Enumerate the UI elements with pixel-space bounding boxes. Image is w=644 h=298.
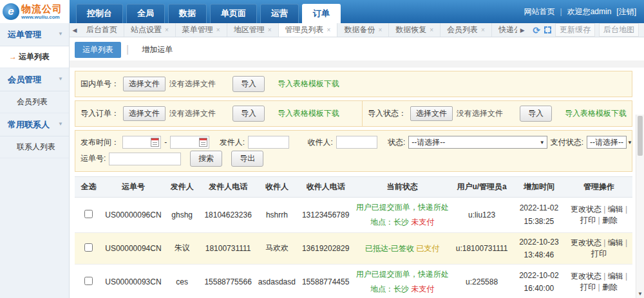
scroll-down-icon[interactable]: ▼ bbox=[636, 291, 644, 297]
nav-tab[interactable]: 数据 bbox=[168, 4, 207, 23]
refresh-icon[interactable]: ⟳ bbox=[533, 26, 540, 35]
operation-link[interactable]: 打印 bbox=[580, 283, 596, 292]
date-to-input[interactable] bbox=[170, 136, 209, 149]
import-button[interactable]: 导入 bbox=[520, 106, 552, 122]
sidebar-group-title[interactable]: 会员管理▼ bbox=[0, 68, 69, 91]
divider-band bbox=[70, 61, 644, 68]
operation-link[interactable]: 打印 bbox=[580, 216, 596, 225]
calendar-icon[interactable] bbox=[199, 138, 207, 147]
status-select[interactable]: --请选择--▼ bbox=[408, 136, 547, 149]
scroll-right-icon[interactable]: ▶ bbox=[517, 23, 527, 37]
waybill-number-input[interactable] bbox=[109, 153, 181, 165]
sidebar-item[interactable]: 会员列表 bbox=[0, 91, 69, 113]
sidebar-item[interactable]: 联系人列表 bbox=[0, 136, 69, 158]
sender-phone: 15588775566 bbox=[200, 265, 256, 298]
pay-status-badge: 未支付 bbox=[411, 218, 434, 227]
open-tab[interactable]: 地区管理× bbox=[227, 23, 279, 37]
date-from-input[interactable] bbox=[122, 136, 161, 149]
sidebar-item[interactable]: →运单列表 bbox=[0, 46, 69, 68]
close-icon[interactable]: × bbox=[268, 26, 272, 33]
open-tab[interactable]: 数据恢复× bbox=[389, 23, 440, 37]
import-button[interactable]: 导入 bbox=[232, 76, 265, 92]
template-download-link[interactable]: 导入表格模板下载 bbox=[565, 108, 627, 119]
template-download-link[interactable]: 导入表格模板下载 bbox=[278, 79, 339, 89]
operation-link[interactable]: 更改状态 bbox=[571, 272, 601, 281]
close-icon[interactable]: × bbox=[430, 26, 433, 33]
open-tab-label: 数据恢复 bbox=[395, 24, 426, 35]
nav-tab[interactable]: 运营 bbox=[260, 4, 299, 23]
close-icon[interactable]: × bbox=[216, 26, 220, 33]
receiver-input[interactable] bbox=[336, 136, 377, 149]
checkbox-cell bbox=[75, 265, 102, 298]
logout-link[interactable]: [注销] bbox=[616, 6, 636, 17]
search-button[interactable]: 搜索 bbox=[190, 151, 222, 167]
manage-operations: 更改状态 | 编辑 | 打印 bbox=[565, 232, 632, 265]
chevron-down-icon: ▼ bbox=[540, 140, 545, 145]
column-header: 用户u/管理员a bbox=[451, 177, 513, 198]
close-icon[interactable]: × bbox=[327, 26, 331, 33]
backend-map-button[interactable]: 后台地图 bbox=[599, 23, 639, 37]
open-tab[interactable]: 菜单管理× bbox=[176, 23, 227, 37]
table-row: US00000093CNces15588775566asdasdasd15588… bbox=[75, 265, 632, 298]
open-tab-label: 会员列表 bbox=[447, 24, 478, 35]
sidebar-group-title[interactable]: 运单管理▼ bbox=[0, 23, 69, 46]
import-button[interactable]: 导入 bbox=[232, 106, 265, 122]
open-tab-label: 数据备份 bbox=[344, 24, 375, 35]
open-tab[interactable]: 数据备份× bbox=[337, 23, 389, 37]
operation-link[interactable]: 编辑 bbox=[608, 272, 623, 281]
operation-separator: | bbox=[601, 205, 608, 214]
nav-tab[interactable]: 订单 bbox=[302, 4, 341, 23]
sender-name: 朱议 bbox=[164, 232, 200, 265]
operation-link[interactable]: 打印 bbox=[591, 249, 607, 258]
nav-tab[interactable]: 控制台 bbox=[76, 4, 123, 23]
tab-add-waybill[interactable]: 增加运单 bbox=[134, 42, 180, 58]
column-header: 发件人电话 bbox=[200, 177, 256, 198]
nav-tab[interactable]: 全局 bbox=[126, 4, 165, 23]
scrollbar-thumb[interactable] bbox=[638, 116, 643, 156]
open-tab-label: 菜单管理 bbox=[182, 24, 213, 35]
sender-input[interactable] bbox=[248, 136, 289, 149]
export-button[interactable]: 导出 bbox=[231, 151, 263, 167]
row-checkbox[interactable] bbox=[84, 243, 93, 252]
operation-link[interactable]: 删除 bbox=[602, 216, 618, 225]
open-tab[interactable]: 管理员列表× bbox=[279, 23, 338, 37]
open-tab[interactable]: 后台首页 bbox=[80, 23, 124, 37]
time-text: 15:38:25 bbox=[514, 215, 564, 228]
sidebar-group-title[interactable]: 常用联系人▼ bbox=[0, 113, 69, 136]
close-icon[interactable]: × bbox=[165, 26, 169, 33]
open-tab-label: 后台首页 bbox=[86, 24, 117, 35]
scroll-left-icon[interactable]: ◀ bbox=[70, 23, 80, 37]
row-checkbox[interactable] bbox=[84, 210, 93, 218]
open-tab[interactable]: 站点设置× bbox=[124, 23, 176, 37]
vertical-scrollbar[interactable]: ▼ bbox=[636, 115, 644, 298]
choose-file-button[interactable]: 选择文件 bbox=[410, 106, 453, 121]
brand-name: 物流公司 bbox=[21, 4, 62, 14]
close-icon[interactable]: × bbox=[481, 26, 485, 33]
operation-link[interactable]: 删除 bbox=[602, 283, 618, 292]
waybill-number: US00000096CN bbox=[102, 198, 164, 233]
operation-link[interactable]: 编辑 bbox=[608, 238, 623, 247]
domestic-import-panel: 国内单号： 选择文件 没有选择文件 导入 导入表格模板下载 bbox=[75, 71, 632, 97]
close-icon[interactable]: × bbox=[378, 26, 382, 33]
choose-file-button[interactable]: 选择文件 bbox=[123, 77, 166, 91]
tab-waybill-list[interactable]: 运单列表 bbox=[75, 42, 121, 58]
choose-file-button[interactable]: 选择文件 bbox=[123, 106, 166, 121]
pay-status-badge: 已支付 bbox=[416, 244, 439, 253]
column-header: 全选 bbox=[75, 177, 102, 198]
open-tab[interactable]: 会员列表× bbox=[440, 23, 492, 37]
site-home-link[interactable]: 网站首页 bbox=[524, 6, 555, 17]
operation-link[interactable]: 更改状态 bbox=[571, 205, 601, 214]
operation-link[interactable]: 编辑 bbox=[608, 205, 623, 214]
operation-separator: | bbox=[623, 205, 627, 214]
operation-link[interactable]: 更改状态 bbox=[571, 238, 601, 247]
open-tab[interactable]: 快递公司× bbox=[492, 23, 517, 37]
row-checkbox[interactable] bbox=[84, 277, 93, 285]
domestic-number-label: 国内单号： bbox=[80, 79, 119, 89]
fullscreen-icon[interactable] bbox=[544, 26, 551, 33]
user-admin: u:225588 bbox=[451, 265, 513, 298]
pay-status-select[interactable]: --请选择--▼ bbox=[587, 136, 627, 149]
calendar-icon[interactable] bbox=[151, 138, 159, 147]
template-download-link[interactable]: 导入表格模板下载 bbox=[278, 108, 339, 119]
update-cache-button[interactable]: 更新缓存 bbox=[555, 23, 595, 37]
nav-tab[interactable]: 单页面 bbox=[210, 4, 257, 23]
